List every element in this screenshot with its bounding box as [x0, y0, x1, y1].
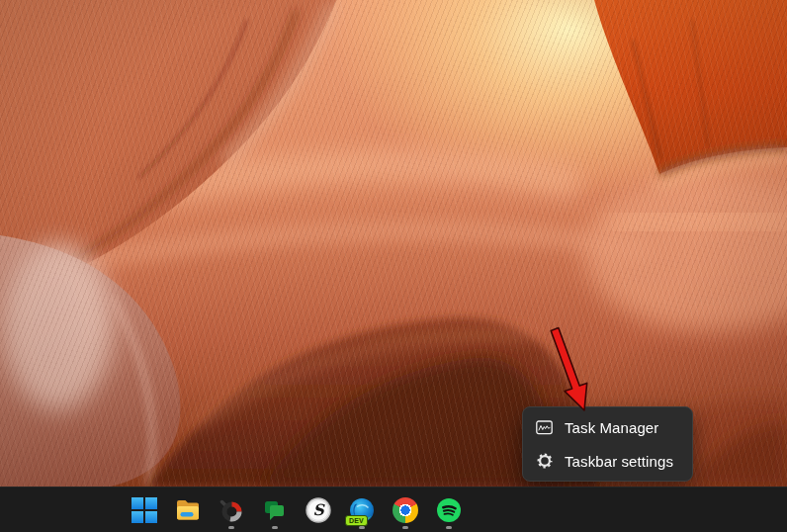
desktop: Task Manager Taskbar settings — [0, 0, 787, 487]
chat-icon — [263, 498, 287, 522]
running-indicator — [446, 526, 452, 529]
taskbar-item-chrome[interactable] — [386, 488, 425, 532]
file-explorer-icon — [175, 498, 201, 522]
ring-chart-app-icon — [219, 497, 244, 523]
spotify-icon — [436, 497, 462, 523]
running-indicator — [359, 526, 365, 529]
taskbar: S — [0, 487, 787, 532]
edge-dev-badge: DEV — [345, 515, 368, 526]
menu-item-taskbar-settings[interactable]: Taskbar settings — [525, 444, 690, 478]
menu-item-label: Taskbar settings — [565, 453, 673, 470]
taskbar-context-menu: Task Manager Taskbar settings — [522, 406, 693, 482]
svg-text:S: S — [312, 500, 325, 519]
taskbar-item-ring-chart-app[interactable] — [212, 488, 251, 532]
taskbar-item-spotify[interactable] — [429, 488, 469, 532]
running-indicator — [272, 526, 278, 529]
taskbar-item-edge-dev[interactable]: DEV — [342, 488, 382, 532]
taskbar-item-google-chat[interactable] — [255, 488, 295, 532]
running-indicator — [228, 526, 234, 529]
running-indicator — [402, 526, 408, 529]
s-app-icon: S — [306, 497, 331, 523]
menu-item-task-manager[interactable]: Task Manager — [525, 410, 690, 444]
gear-icon — [536, 453, 553, 469]
chrome-icon — [393, 497, 418, 523]
taskbar-item-file-explorer[interactable] — [168, 488, 208, 532]
task-manager-icon — [536, 419, 553, 435]
taskbar-icon-row: S — [125, 488, 469, 532]
menu-item-label: Task Manager — [565, 419, 658, 436]
taskbar-item-start[interactable] — [125, 488, 164, 532]
windows-logo-icon — [131, 497, 157, 523]
taskbar-item-s-app[interactable]: S — [299, 488, 338, 532]
